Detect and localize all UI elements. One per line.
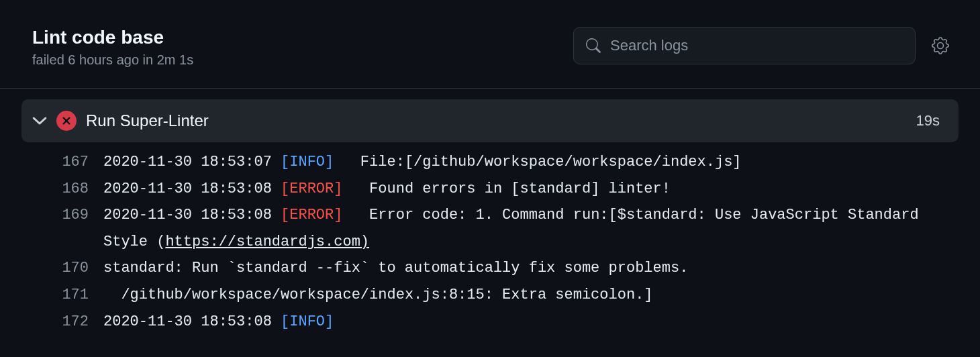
line-number: 171 bbox=[51, 282, 89, 309]
log-line: 1722020-11-30 18:53:08 [INFO] bbox=[51, 309, 959, 336]
line-number: 168 bbox=[51, 176, 89, 203]
log-area: Run Super-Linter 19s 1672020-11-30 18:53… bbox=[0, 89, 980, 335]
line-number: 167 bbox=[51, 149, 89, 176]
job-title: Lint code base bbox=[32, 27, 193, 48]
line-content: 2020-11-30 18:53:08 [ERROR] Error code: … bbox=[89, 202, 959, 255]
settings-button[interactable] bbox=[928, 33, 953, 58]
title-block: Lint code base failed 6 hours ago in 2m … bbox=[32, 27, 193, 68]
log-line: 1692020-11-30 18:53:08 [ERROR] Error cod… bbox=[51, 202, 959, 255]
log-line: 1672020-11-30 18:53:07 [INFO] File:[/git… bbox=[51, 149, 959, 176]
step-duration: 19s bbox=[916, 112, 940, 130]
line-number: 170 bbox=[51, 255, 89, 282]
line-content: 2020-11-30 18:53:08 [INFO] bbox=[89, 309, 360, 336]
fail-icon bbox=[56, 111, 77, 131]
chevron-down-icon bbox=[32, 113, 47, 128]
search-logs-box[interactable] bbox=[573, 27, 916, 64]
gear-icon bbox=[932, 37, 949, 54]
log-line: 171 /github/workspace/workspace/index.js… bbox=[51, 282, 959, 309]
log-lines[interactable]: 1672020-11-30 18:53:07 [INFO] File:[/git… bbox=[21, 142, 959, 335]
line-number: 172 bbox=[51, 309, 89, 336]
info-tag: [INFO] bbox=[281, 313, 334, 330]
line-content: 2020-11-30 18:53:07 [INFO] File:[/github… bbox=[89, 149, 742, 176]
line-number: 169 bbox=[51, 202, 89, 229]
search-icon bbox=[586, 38, 601, 53]
line-content: 2020-11-30 18:53:08 [ERROR] Found errors… bbox=[89, 176, 671, 203]
job-header: Lint code base failed 6 hours ago in 2m … bbox=[0, 0, 980, 89]
info-tag: [INFO] bbox=[281, 154, 334, 170]
search-input[interactable] bbox=[610, 37, 903, 54]
error-tag: [ERROR] bbox=[281, 207, 342, 223]
step-header[interactable]: Run Super-Linter 19s bbox=[21, 99, 959, 142]
header-actions bbox=[573, 27, 953, 64]
line-content: /github/workspace/workspace/index.js:8:1… bbox=[89, 282, 653, 309]
error-tag: [ERROR] bbox=[281, 181, 342, 197]
log-line: 170standard: Run `standard --fix` to aut… bbox=[51, 255, 959, 282]
line-content: standard: Run `standard --fix` to automa… bbox=[89, 255, 688, 282]
log-line: 1682020-11-30 18:53:08 [ERROR] Found err… bbox=[51, 176, 959, 203]
log-link[interactable]: https://standardjs.com) bbox=[165, 234, 369, 250]
step-name: Run Super-Linter bbox=[86, 111, 907, 130]
job-status: failed 6 hours ago in 2m 1s bbox=[32, 52, 193, 68]
